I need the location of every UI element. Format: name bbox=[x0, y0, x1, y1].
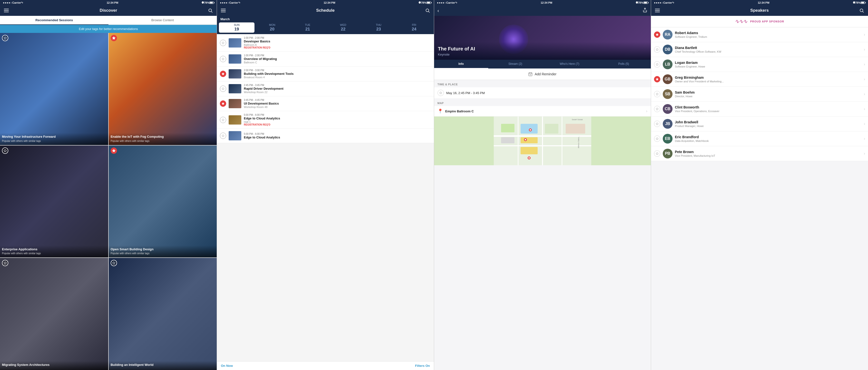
wifi-icon-3: ∿ bbox=[455, 1, 457, 4]
speaker-chevron-4: › bbox=[864, 92, 865, 96]
svg-marker-50 bbox=[656, 63, 658, 66]
speaker-star-7[interactable] bbox=[654, 135, 660, 142]
map-preview[interactable]: Sedef Sokak Altinco Saka... bbox=[434, 117, 651, 165]
add-reminder-button[interactable]: Add Reminder bbox=[434, 68, 651, 80]
speaker-item-8[interactable]: PB Pete Brown Vice President, Manufactur… bbox=[651, 146, 868, 161]
speaker-item-3[interactable]: GB Greg Birmingham Owner and Vice Presid… bbox=[651, 72, 868, 87]
grid-item-3[interactable]: Enterprise Applications Popular with oth… bbox=[0, 146, 108, 258]
menu-button-2[interactable] bbox=[220, 7, 226, 13]
svg-point-46 bbox=[860, 9, 863, 12]
menu-button-4[interactable] bbox=[654, 7, 660, 13]
star-badge-4[interactable] bbox=[111, 148, 117, 154]
speaker-item-0[interactable]: RA Robert Adams Software Engineer, Tridi… bbox=[651, 27, 868, 42]
session-title-0: Developer Basics bbox=[244, 39, 431, 43]
session-star-4[interactable] bbox=[220, 100, 226, 107]
speaker-item-7[interactable]: EB Eric Brandford Data Acquisition, Matc… bbox=[651, 131, 868, 146]
signal-dots-3: ●●●●○ bbox=[437, 1, 446, 4]
session-reg-5: REGISTRATION REQ'D bbox=[244, 123, 431, 126]
detail-tab-stream[interactable]: Stream (2) bbox=[488, 60, 542, 68]
screen-discover: ●●●●○ Carrier ∿ 12:34 PM ⬢ 78% Discover bbox=[0, 0, 217, 370]
svg-marker-56 bbox=[656, 152, 658, 155]
session-title-5: Edge to Cloud Analytics bbox=[244, 117, 431, 120]
speaker-star-0[interactable] bbox=[654, 31, 660, 38]
schedule-bottom-bar: On Now Filters On bbox=[217, 361, 434, 370]
session-star-2[interactable] bbox=[220, 71, 226, 77]
time-place-star[interactable] bbox=[437, 90, 444, 96]
session-star-0[interactable] bbox=[220, 40, 226, 46]
svg-marker-53 bbox=[656, 108, 658, 110]
star-badge-5[interactable] bbox=[2, 260, 8, 266]
grid-item-6[interactable]: Building an Intelligent World bbox=[109, 258, 217, 370]
star-badge-2[interactable] bbox=[111, 35, 117, 41]
speaker-info-3: Greg Birmingham Owner and Vice President… bbox=[675, 75, 861, 83]
session-item-5[interactable]: 5:00 PM - 6:00 PM Edge to Cloud Analytic… bbox=[217, 111, 434, 129]
schedule-day-4[interactable]: THU 23 bbox=[361, 23, 396, 33]
battery-pct-1: 78% bbox=[204, 1, 209, 4]
search-button-1[interactable] bbox=[208, 7, 213, 13]
grid-item-2[interactable]: Enable the IoT with Fog Computing Popula… bbox=[109, 33, 217, 145]
star-badge-1[interactable] bbox=[2, 35, 8, 41]
search-button-4[interactable] bbox=[859, 7, 865, 13]
speaker-item-4[interactable]: SB Sam Boehm Director, Howe › bbox=[651, 87, 868, 102]
session-reg-0: REGISTRATION REQ'D bbox=[244, 46, 431, 49]
on-now-button[interactable]: On Now bbox=[221, 364, 233, 368]
speaker-item-2[interactable]: LB Logan Beriam Software Engineer, Howe … bbox=[651, 57, 868, 72]
speaker-star-5[interactable] bbox=[654, 106, 660, 112]
grid-item-overlay-4: Open Smart Building Design Popular with … bbox=[109, 245, 217, 258]
speaker-item-5[interactable]: CB Clint Bosworth Vice President, Operat… bbox=[651, 102, 868, 117]
schedule-day-5[interactable]: FRI 24 bbox=[396, 23, 432, 33]
speaker-star-4[interactable] bbox=[654, 91, 660, 97]
session-item-2[interactable]: 2:00 PM - 3:00 PM Building with Developm… bbox=[217, 66, 434, 82]
map-section-label: MAP bbox=[434, 99, 651, 106]
session-item-6[interactable]: 5:00 PM - 6:00 PM Edge to Cloud Analytic… bbox=[217, 129, 434, 143]
svg-line-47 bbox=[863, 11, 864, 13]
tab-recommended[interactable]: Recommended Sessions bbox=[0, 16, 108, 25]
tab-browse[interactable]: Browse Content bbox=[108, 16, 217, 25]
detail-tab-info[interactable]: Info bbox=[434, 60, 488, 68]
speaker-star-1[interactable] bbox=[654, 46, 660, 53]
session-star-1[interactable] bbox=[220, 56, 226, 62]
svg-text:Altinco Saka...: Altinco Saka... bbox=[577, 136, 580, 148]
search-button-2[interactable] bbox=[425, 7, 431, 13]
avatar-initials-4: SB bbox=[663, 89, 673, 99]
schedule-day-3[interactable]: WED 22 bbox=[326, 23, 361, 33]
speaker-star-2[interactable] bbox=[654, 61, 660, 67]
session-item-3[interactable]: 2:45 PM - 3:45 PM Rapid Driver Developme… bbox=[217, 82, 434, 96]
session-item-1[interactable]: 1:00 PM - 2:00 PM Overview of Migrating … bbox=[217, 52, 434, 66]
star-badge-6[interactable] bbox=[111, 260, 117, 266]
session-star-5[interactable] bbox=[220, 117, 226, 123]
schedule-day-0[interactable]: SUN 19 bbox=[219, 23, 254, 33]
back-button[interactable]: ‹ bbox=[437, 8, 439, 13]
session-time-5: 5:00 PM - 6:00 PM bbox=[244, 114, 431, 116]
svg-marker-12 bbox=[222, 73, 224, 75]
speaker-star-6[interactable] bbox=[654, 121, 660, 127]
session-star-3[interactable] bbox=[220, 86, 226, 92]
map-row[interactable]: 📍 Empire Ballroom C › bbox=[434, 106, 651, 117]
session-item-4[interactable]: 3:45 PM - 4:45 PM UI Development Basics … bbox=[217, 96, 434, 111]
svg-marker-14 bbox=[222, 102, 224, 105]
schedule-day-2[interactable]: TUE 21 bbox=[290, 23, 326, 33]
speaker-name-5: Clint Bosworth bbox=[675, 105, 861, 109]
grid-item-title-2: Enable the IoT with Fog Computing bbox=[111, 135, 215, 139]
schedule-day-1[interactable]: MON 20 bbox=[254, 23, 290, 33]
speaker-info-6: John Bradwell Product Manager, Howe bbox=[675, 120, 861, 127]
grid-item-4[interactable]: Open Smart Building Design Popular with … bbox=[109, 146, 217, 258]
speaker-item-6[interactable]: JB John Bradwell Product Manager, Howe › bbox=[651, 117, 868, 131]
session-title-3: Rapid Driver Development bbox=[244, 87, 431, 90]
session-star-6[interactable] bbox=[220, 132, 226, 139]
session-item-0[interactable]: 1:00 PM - 2:00 PM Developer Basics Ballr… bbox=[217, 34, 434, 52]
detail-tab-whos-here[interactable]: Who's Here (7) bbox=[542, 60, 596, 68]
grid-item-5[interactable]: Migrating System Architectures bbox=[0, 258, 108, 370]
filters-on-button[interactable]: Filters On bbox=[415, 364, 430, 368]
star-badge-3[interactable] bbox=[2, 148, 8, 154]
speaker-item-1[interactable]: DB Diana Bartlett Chief Technology Offic… bbox=[651, 42, 868, 57]
menu-button-1[interactable] bbox=[3, 7, 9, 13]
sponsor-text: PROUD APP SPONSOR bbox=[750, 20, 784, 23]
speaker-star-8[interactable] bbox=[654, 150, 660, 157]
status-bar-4: ●●●●○ Carrier ∿ 12:34 PM ⬢ 78% bbox=[651, 0, 868, 5]
speaker-star-3[interactable] bbox=[654, 76, 660, 82]
share-button[interactable] bbox=[643, 7, 647, 14]
grid-item-1[interactable]: Moving Your Infrastructure Forward Popul… bbox=[0, 33, 108, 145]
detail-tab-polls[interactable]: Polls (5) bbox=[596, 60, 651, 68]
tag-edit-bar[interactable]: Edit your tags for better recommendation… bbox=[0, 25, 217, 33]
